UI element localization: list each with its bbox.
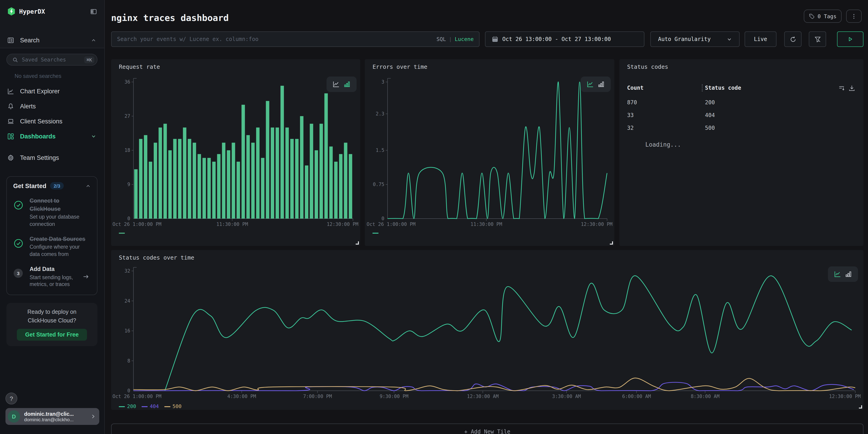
resize-handle[interactable] — [610, 241, 613, 245]
saved-searches-input[interactable]: Saved Searches ⌘K — [6, 54, 97, 66]
svg-text:0: 0 — [381, 216, 384, 221]
user-menu[interactable]: D dominic.tran@clic... dominic.tran@clic… — [5, 408, 99, 425]
lucene-toggle[interactable]: Lucene — [455, 36, 474, 42]
legend-item[interactable] — [373, 233, 378, 234]
svg-text:16: 16 — [125, 328, 130, 334]
check-circle-icon — [13, 239, 23, 248]
kebab-icon — [851, 13, 857, 19]
more-options-button[interactable] — [846, 9, 862, 23]
deploy-card: Ready to deploy on ClickHouse Cloud? Get… — [6, 303, 97, 346]
shortcut-badge: ⌘K — [84, 56, 94, 63]
sidebar-item-chart-explorer[interactable]: Chart Explorer — [0, 84, 104, 99]
get-started-step[interactable]: 3 Add Data Start sending logs, metrics, … — [13, 265, 91, 288]
chevron-up-icon[interactable] — [86, 183, 91, 188]
sql-toggle[interactable]: SQL — [436, 36, 446, 42]
no-saved-searches-label: No saved searches — [14, 73, 61, 79]
sidebar: HyperDX Search Saved Searches ⌘K No save… — [0, 0, 105, 434]
legend-item[interactable]: 500 — [164, 403, 182, 409]
arrow-right-icon — [83, 273, 89, 280]
sidebar-collapse-icon[interactable] — [90, 8, 97, 15]
legend-item[interactable]: 200 — [119, 403, 136, 409]
column-count[interactable]: Count — [627, 85, 644, 91]
get-started-progress-badge: 2/3 — [50, 182, 64, 189]
sidebar-item-alerts[interactable]: Alerts — [0, 99, 104, 114]
hyperdx-logo-icon — [7, 7, 16, 16]
line-chart-icon[interactable] — [587, 81, 594, 88]
svg-text:8: 8 — [127, 358, 130, 364]
user-name: dominic.tran@clic... — [24, 411, 91, 416]
svg-text:18: 18 — [125, 148, 130, 153]
refresh-button[interactable] — [784, 31, 802, 47]
bar-chart-icon[interactable] — [845, 271, 852, 278]
line-chart-icon[interactable] — [333, 81, 340, 88]
panel-title: Status codes — [627, 63, 668, 70]
chart-type-toggle[interactable] — [327, 76, 356, 92]
svg-text:3:30:00 AM: 3:30:00 AM — [552, 394, 581, 399]
column-status-code[interactable]: Status code — [705, 85, 741, 91]
svg-text:0.75: 0.75 — [373, 182, 384, 187]
search-input[interactable]: Search your events w/ Lucene ex. column:… — [111, 31, 479, 47]
download-icon[interactable] — [848, 85, 855, 92]
user-email: dominic.tran@clickho... — [24, 416, 91, 422]
svg-text:24: 24 — [125, 298, 130, 304]
live-button[interactable]: Live — [745, 31, 776, 47]
table-header: Count Status code — [627, 83, 857, 93]
errors-chart: 00.751.52.33Oct 26 1:00:00 PM11:30:00 PM… — [365, 59, 614, 246]
request-rate-chart: 09182736Oct 26 1:00:00 PM11:30:00 PM12:3… — [111, 59, 360, 246]
svg-text:32: 32 — [125, 268, 130, 274]
resize-handle[interactable] — [859, 405, 862, 408]
sidebar-item-dashboards[interactable]: Dashboards — [0, 129, 104, 144]
granularity-select[interactable]: Auto Granularity — [650, 31, 740, 47]
chevron-down-icon — [727, 37, 732, 42]
play-icon — [847, 36, 854, 42]
cell-count: 33 — [627, 112, 634, 118]
run-query-button[interactable] — [837, 31, 863, 47]
column-divider[interactable] — [702, 84, 703, 92]
status-codes-chart: 08162432Oct 26 1:00:00 PM4:30:00 PM7:00:… — [111, 250, 863, 410]
search-icon — [12, 57, 18, 63]
add-new-tile-button[interactable]: + Add New Tile — [111, 424, 863, 434]
sidebar-item-team-settings[interactable]: Team Settings — [0, 150, 104, 165]
date-range-input[interactable]: Oct 26 13:00:00 - Oct 27 13:00:00 — [485, 31, 644, 47]
calendar-icon — [492, 36, 498, 42]
app-title: HyperDX — [19, 8, 90, 15]
legend-item[interactable] — [119, 233, 125, 234]
panel-request-rate: Request rate 09182736Oct 26 1:00:00 PM11… — [111, 59, 360, 246]
chart-type-toggle[interactable] — [828, 267, 858, 282]
sidebar-item-client-sessions[interactable]: Client Sessions — [0, 114, 104, 129]
svg-text:8:30:00 AM: 8:30:00 AM — [691, 394, 719, 399]
check-circle-icon — [13, 200, 23, 210]
bell-icon — [7, 103, 14, 110]
bar-chart-icon[interactable] — [597, 81, 605, 88]
svg-text:9:30:00 PM: 9:30:00 PM — [379, 394, 408, 399]
line-chart-icon[interactable] — [834, 271, 841, 278]
svg-text:12:30:00 PM: 12:30:00 PM — [581, 222, 613, 227]
legend-item[interactable]: 404 — [142, 403, 159, 409]
get-started-step[interactable]: Connect to ClickHouse Set up your databa… — [13, 197, 91, 228]
step-number: 3 — [14, 269, 23, 278]
app-window: HyperDX Search Saved Searches ⌘K No save… — [0, 0, 868, 434]
get-started-title: Get Started — [13, 182, 46, 189]
tags-button[interactable]: 0 Tags — [804, 9, 842, 23]
svg-text:Oct 26 1:00:00 PM: Oct 26 1:00:00 PM — [113, 222, 161, 227]
chart-icon — [7, 88, 14, 95]
sidebar-nav: Chart Explorer Alerts Client Sessions Da… — [0, 84, 104, 165]
svg-text:0: 0 — [127, 216, 130, 221]
sidebar-item-search[interactable]: Search — [0, 32, 104, 48]
sort-icon[interactable] — [838, 85, 845, 92]
grid-icon — [7, 133, 14, 140]
get-started-step[interactable]: Create Data Sources Configure where your… — [13, 235, 91, 258]
svg-text:4:30:00 PM: 4:30:00 PM — [227, 394, 256, 399]
loading-label: Loading... — [645, 141, 681, 148]
svg-text:36: 36 — [125, 79, 130, 85]
gear-icon — [7, 154, 14, 161]
resize-handle[interactable] — [356, 241, 359, 245]
filter-button[interactable] — [809, 31, 826, 47]
get-started-free-button[interactable]: Get Started for Free — [17, 329, 87, 340]
search-placeholder: Search your events w/ Lucene ex. column:… — [117, 36, 436, 42]
svg-text:27: 27 — [125, 114, 130, 119]
help-button[interactable]: ? — [5, 393, 17, 404]
cell-status-code: 200 — [705, 99, 715, 106]
chart-type-toggle[interactable] — [581, 76, 611, 92]
bar-chart-icon[interactable] — [343, 81, 351, 88]
